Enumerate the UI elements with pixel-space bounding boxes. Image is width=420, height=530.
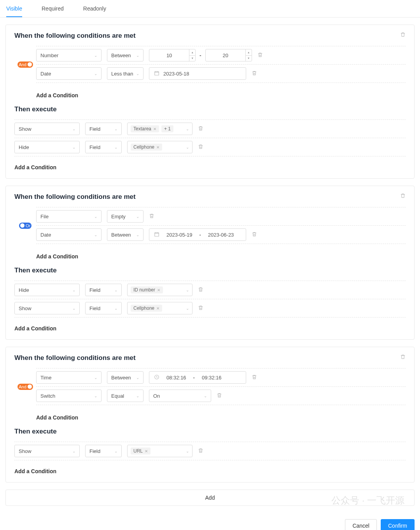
tag-remove-icon[interactable]: ✕	[156, 306, 159, 311]
target-select[interactable]: Field⌄	[85, 123, 122, 135]
add-rule-button[interactable]: Add	[5, 490, 415, 506]
tag-remove-icon[interactable]: ✕	[157, 288, 160, 292]
operator-select[interactable]: Less than⌄	[107, 67, 144, 80]
field-select[interactable]: File⌄	[36, 210, 102, 223]
target-select[interactable]: Field⌄	[85, 141, 122, 153]
trash-icon[interactable]	[252, 374, 257, 381]
action-select[interactable]: Hide⌄	[14, 141, 80, 153]
field-select[interactable]: Number⌄	[36, 49, 102, 61]
operator-select[interactable]: Between⌄	[107, 371, 144, 384]
number-input[interactable]: ▲▼	[149, 49, 196, 61]
switch-value-select[interactable]: On⌄	[149, 390, 211, 402]
delete-block-icon[interactable]	[400, 193, 406, 200]
chevron-down-icon: ⌄	[186, 127, 189, 131]
add-condition-link[interactable]: Add a Condition	[14, 411, 406, 421]
logic-toggle[interactable]: Or	[19, 223, 32, 229]
logic-toggle[interactable]: And	[18, 384, 33, 390]
fields-multiselect[interactable]: Textarea✕+ 1⌄	[127, 123, 192, 135]
operator-select[interactable]: Empty⌄	[107, 210, 144, 223]
execute-heading: Then execute	[14, 428, 406, 435]
chevron-down-icon: ⌄	[114, 449, 117, 453]
chevron-down-icon: ⌄	[114, 127, 117, 131]
logic-toggle[interactable]: And	[18, 61, 33, 68]
field-select[interactable]: Time⌄	[36, 371, 102, 384]
fields-multiselect[interactable]: Cellphone✕⌄	[127, 302, 192, 314]
number-input[interactable]: ▲▼	[205, 49, 252, 61]
trash-icon[interactable]	[198, 144, 203, 151]
rule-block: When the following conditions are metAnd…	[5, 25, 415, 179]
add-condition-link[interactable]: Add a Condition	[14, 88, 406, 99]
target-select[interactable]: Field⌄	[85, 445, 122, 457]
action-row: Show⌄Field⌄Textarea✕+ 1⌄	[14, 119, 406, 138]
operator-select[interactable]: Equal⌄	[107, 390, 144, 402]
fields-multiselect[interactable]: Cellphone✕⌄	[127, 141, 192, 153]
trash-icon[interactable]	[252, 232, 257, 238]
tabs: Visible Required Readonly	[0, 0, 420, 18]
action-select[interactable]: Show⌄	[14, 123, 80, 135]
execute-heading: Then execute	[14, 267, 406, 274]
step-up-icon[interactable]: ▲	[246, 49, 252, 56]
step-up-icon[interactable]: ▲	[189, 49, 195, 56]
field-select[interactable]: Date⌄	[36, 228, 102, 241]
tab-visible[interactable]: Visible	[6, 5, 22, 17]
tab-readonly[interactable]: Readonly	[83, 5, 106, 17]
action-select[interactable]: Show⌄	[14, 445, 80, 457]
add-action-link[interactable]: Add a Condition	[14, 321, 406, 332]
field-tag: Cellphone✕	[131, 144, 162, 151]
date-input[interactable]: 2023-05-18	[149, 67, 246, 80]
field-tag-more: + 1	[161, 125, 173, 132]
condition-row: Switch⌄Equal⌄On⌄	[36, 387, 406, 405]
step-down-icon[interactable]: ▼	[189, 56, 195, 61]
field-tag: ID number✕	[131, 286, 163, 293]
time-range-input[interactable]: 08:32:16-09:32:16	[149, 371, 246, 384]
calendar-icon	[154, 232, 159, 238]
field-select[interactable]: Date⌄	[36, 67, 102, 80]
field-select[interactable]: Switch⌄	[36, 390, 102, 402]
tag-remove-icon[interactable]: ✕	[153, 127, 156, 131]
delete-block-icon[interactable]	[400, 354, 406, 361]
step-down-icon[interactable]: ▼	[246, 56, 252, 61]
date-range-input[interactable]: 2023-05-19-2023-06-23	[149, 228, 246, 241]
trash-icon[interactable]	[198, 305, 203, 312]
trash-icon[interactable]	[149, 213, 154, 220]
action-row: Hide⌄Field⌄Cellphone✕⌄	[14, 138, 406, 156]
chevron-down-icon: ⌄	[94, 233, 97, 237]
trash-icon[interactable]	[252, 70, 257, 77]
tag-remove-icon[interactable]: ✕	[145, 449, 148, 453]
conditions-heading: When the following conditions are met	[14, 193, 406, 201]
action-select[interactable]: Show⌄	[14, 302, 80, 314]
rule-block: When the following conditions are metAnd…	[5, 347, 415, 483]
confirm-button[interactable]: Confirm	[381, 519, 415, 530]
chevron-down-icon: ⌄	[94, 72, 97, 76]
chevron-down-icon: ⌄	[94, 53, 97, 58]
delete-block-icon[interactable]	[400, 32, 406, 39]
toggle-knob	[20, 223, 24, 228]
chevron-down-icon: ⌄	[186, 145, 189, 149]
fields-multiselect[interactable]: URL✕⌄	[127, 445, 192, 457]
operator-select[interactable]: Between⌄	[107, 228, 144, 241]
tab-required[interactable]: Required	[42, 5, 64, 17]
fields-multiselect[interactable]: ID number✕⌄	[127, 284, 192, 296]
target-select[interactable]: Field⌄	[85, 302, 122, 314]
action-row: Show⌄Field⌄URL✕⌄	[14, 442, 406, 460]
trash-icon[interactable]	[198, 448, 203, 455]
trash-icon[interactable]	[198, 287, 203, 293]
add-action-link[interactable]: Add a Condition	[14, 464, 406, 475]
target-select[interactable]: Field⌄	[85, 284, 122, 296]
svg-rect-1	[155, 232, 159, 236]
trash-icon[interactable]	[217, 393, 222, 399]
trash-icon[interactable]	[257, 52, 263, 59]
conditions-heading: When the following conditions are met	[14, 32, 406, 40]
chevron-down-icon: ⌄	[114, 288, 117, 292]
action-select[interactable]: Hide⌄	[14, 284, 80, 296]
calendar-icon	[154, 70, 159, 77]
chevron-down-icon: ⌄	[136, 376, 139, 380]
add-action-link[interactable]: Add a Condition	[14, 160, 406, 171]
chevron-down-icon: ⌄	[136, 72, 139, 76]
operator-select[interactable]: Between⌄	[107, 49, 144, 61]
condition-row: Date⌄Between⌄2023-05-19-2023-06-23	[36, 226, 406, 244]
add-condition-link[interactable]: Add a Condition	[14, 249, 406, 260]
trash-icon[interactable]	[198, 126, 203, 132]
tag-remove-icon[interactable]: ✕	[156, 145, 159, 149]
cancel-button[interactable]: Cancel	[345, 519, 377, 530]
